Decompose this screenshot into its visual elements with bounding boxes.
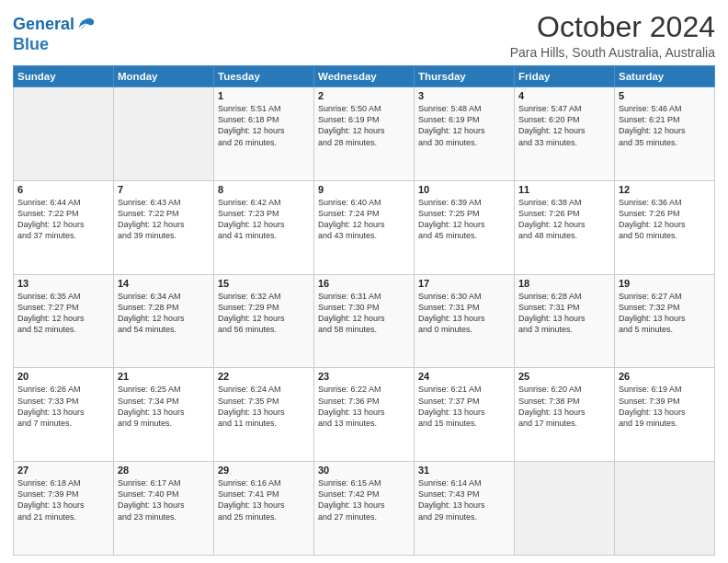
day-number: 3	[418, 90, 510, 101]
col-tuesday: Tuesday	[214, 66, 314, 87]
table-row: 27Sunrise: 6:18 AM Sunset: 7:39 PM Dayli…	[14, 462, 114, 556]
table-row	[114, 87, 214, 181]
day-info: Sunrise: 5:47 AM Sunset: 6:20 PM Dayligh…	[518, 103, 610, 148]
table-row: 11Sunrise: 6:38 AM Sunset: 7:26 PM Dayli…	[515, 180, 615, 274]
day-number: 11	[518, 184, 610, 195]
table-row: 25Sunrise: 6:20 AM Sunset: 7:38 PM Dayli…	[515, 368, 615, 462]
location-title: Para Hills, South Australia, Australia	[510, 45, 715, 60]
calendar-week-row: 6Sunrise: 6:44 AM Sunset: 7:22 PM Daylig…	[14, 180, 715, 274]
day-info: Sunrise: 6:19 AM Sunset: 7:39 PM Dayligh…	[619, 384, 711, 429]
day-info: Sunrise: 6:43 AM Sunset: 7:22 PM Dayligh…	[118, 197, 210, 242]
table-row: 29Sunrise: 6:16 AM Sunset: 7:41 PM Dayli…	[214, 462, 314, 556]
day-number: 18	[518, 278, 610, 289]
table-row: 20Sunrise: 6:26 AM Sunset: 7:33 PM Dayli…	[14, 368, 114, 462]
table-row: 2Sunrise: 5:50 AM Sunset: 6:19 PM Daylig…	[314, 87, 415, 181]
table-row: 12Sunrise: 6:36 AM Sunset: 7:26 PM Dayli…	[615, 180, 715, 274]
day-info: Sunrise: 6:25 AM Sunset: 7:34 PM Dayligh…	[118, 384, 210, 429]
table-row: 26Sunrise: 6:19 AM Sunset: 7:39 PM Dayli…	[615, 368, 715, 462]
day-info: Sunrise: 6:15 AM Sunset: 7:42 PM Dayligh…	[318, 477, 410, 523]
day-info: Sunrise: 6:42 AM Sunset: 7:23 PM Dayligh…	[218, 197, 310, 242]
calendar-table: Sunday Monday Tuesday Wednesday Thursday…	[13, 65, 715, 556]
table-row: 1Sunrise: 5:51 AM Sunset: 6:18 PM Daylig…	[214, 87, 314, 181]
day-info: Sunrise: 6:28 AM Sunset: 7:31 PM Dayligh…	[518, 291, 610, 336]
table-row: 15Sunrise: 6:32 AM Sunset: 7:29 PM Dayli…	[214, 274, 314, 368]
day-number: 10	[418, 184, 510, 195]
table-row: 13Sunrise: 6:35 AM Sunset: 7:27 PM Dayli…	[14, 274, 114, 368]
table-row	[14, 87, 114, 181]
logo: General Blue	[13, 15, 97, 54]
day-number: 22	[218, 371, 310, 382]
day-number: 28	[118, 465, 210, 476]
month-title: October 2024	[510, 11, 715, 43]
day-info: Sunrise: 6:38 AM Sunset: 7:26 PM Dayligh…	[518, 197, 610, 242]
logo-blue: Blue	[13, 35, 97, 54]
day-info: Sunrise: 6:21 AM Sunset: 7:37 PM Dayligh…	[418, 384, 510, 429]
col-thursday: Thursday	[415, 66, 515, 87]
day-number: 25	[518, 371, 610, 382]
calendar-week-row: 27Sunrise: 6:18 AM Sunset: 7:39 PM Dayli…	[14, 462, 715, 556]
table-row: 31Sunrise: 6:14 AM Sunset: 7:43 PM Dayli…	[415, 462, 515, 556]
table-row: 14Sunrise: 6:34 AM Sunset: 7:28 PM Dayli…	[114, 274, 214, 368]
day-info: Sunrise: 5:48 AM Sunset: 6:19 PM Dayligh…	[418, 103, 510, 148]
table-row: 30Sunrise: 6:15 AM Sunset: 7:42 PM Dayli…	[314, 462, 415, 556]
day-info: Sunrise: 6:40 AM Sunset: 7:24 PM Dayligh…	[318, 197, 410, 242]
day-number: 30	[318, 465, 410, 476]
table-row	[615, 462, 715, 556]
table-row: 21Sunrise: 6:25 AM Sunset: 7:34 PM Dayli…	[114, 368, 214, 462]
table-row: 17Sunrise: 6:30 AM Sunset: 7:31 PM Dayli…	[415, 274, 515, 368]
day-info: Sunrise: 6:26 AM Sunset: 7:33 PM Dayligh…	[17, 384, 109, 429]
day-number: 7	[118, 184, 210, 195]
day-info: Sunrise: 6:18 AM Sunset: 7:39 PM Dayligh…	[17, 477, 109, 523]
table-row: 23Sunrise: 6:22 AM Sunset: 7:36 PM Dayli…	[314, 368, 415, 462]
day-number: 6	[17, 184, 109, 195]
day-info: Sunrise: 6:35 AM Sunset: 7:27 PM Dayligh…	[17, 291, 109, 336]
day-info: Sunrise: 6:22 AM Sunset: 7:36 PM Dayligh…	[318, 384, 410, 429]
day-info: Sunrise: 6:14 AM Sunset: 7:43 PM Dayligh…	[418, 477, 510, 523]
day-info: Sunrise: 6:27 AM Sunset: 7:32 PM Dayligh…	[619, 291, 711, 336]
day-info: Sunrise: 6:36 AM Sunset: 7:26 PM Dayligh…	[619, 197, 711, 242]
calendar-header-row: Sunday Monday Tuesday Wednesday Thursday…	[14, 66, 715, 87]
col-wednesday: Wednesday	[314, 66, 415, 87]
table-row: 8Sunrise: 6:42 AM Sunset: 7:23 PM Daylig…	[214, 180, 314, 274]
day-number: 20	[17, 371, 109, 382]
day-info: Sunrise: 6:16 AM Sunset: 7:41 PM Dayligh…	[218, 477, 310, 523]
calendar-week-row: 13Sunrise: 6:35 AM Sunset: 7:27 PM Dayli…	[14, 274, 715, 368]
calendar-week-row: 20Sunrise: 6:26 AM Sunset: 7:33 PM Dayli…	[14, 368, 715, 462]
day-info: Sunrise: 6:39 AM Sunset: 7:25 PM Dayligh…	[418, 197, 510, 242]
col-saturday: Saturday	[615, 66, 715, 87]
day-info: Sunrise: 6:30 AM Sunset: 7:31 PM Dayligh…	[418, 291, 510, 336]
table-row: 28Sunrise: 6:17 AM Sunset: 7:40 PM Dayli…	[114, 462, 214, 556]
col-sunday: Sunday	[14, 66, 114, 87]
table-row: 7Sunrise: 6:43 AM Sunset: 7:22 PM Daylig…	[114, 180, 214, 274]
day-number: 31	[418, 465, 510, 476]
day-info: Sunrise: 6:17 AM Sunset: 7:40 PM Dayligh…	[118, 477, 210, 523]
day-number: 16	[318, 278, 410, 289]
table-row: 24Sunrise: 6:21 AM Sunset: 7:37 PM Dayli…	[415, 368, 515, 462]
table-row	[515, 462, 615, 556]
day-number: 1	[218, 90, 310, 101]
day-number: 29	[218, 465, 310, 476]
page: General Blue October 2024 Para Hills, So…	[0, 0, 728, 563]
day-number: 14	[118, 278, 210, 289]
table-row: 16Sunrise: 6:31 AM Sunset: 7:30 PM Dayli…	[314, 274, 415, 368]
day-number: 24	[418, 371, 510, 382]
day-number: 4	[518, 90, 610, 101]
header: General Blue October 2024 Para Hills, So…	[13, 11, 715, 60]
table-row: 10Sunrise: 6:39 AM Sunset: 7:25 PM Dayli…	[415, 180, 515, 274]
col-monday: Monday	[114, 66, 214, 87]
day-info: Sunrise: 5:50 AM Sunset: 6:19 PM Dayligh…	[318, 103, 410, 148]
col-friday: Friday	[515, 66, 615, 87]
day-info: Sunrise: 6:20 AM Sunset: 7:38 PM Dayligh…	[518, 384, 610, 429]
table-row: 6Sunrise: 6:44 AM Sunset: 7:22 PM Daylig…	[14, 180, 114, 274]
day-number: 27	[17, 465, 109, 476]
day-number: 26	[619, 371, 711, 382]
day-info: Sunrise: 6:24 AM Sunset: 7:35 PM Dayligh…	[218, 384, 310, 429]
day-number: 13	[17, 278, 109, 289]
table-row: 22Sunrise: 6:24 AM Sunset: 7:35 PM Dayli…	[214, 368, 314, 462]
day-number: 9	[318, 184, 410, 195]
day-info: Sunrise: 6:32 AM Sunset: 7:29 PM Dayligh…	[218, 291, 310, 336]
table-row: 3Sunrise: 5:48 AM Sunset: 6:19 PM Daylig…	[415, 87, 515, 181]
day-number: 23	[318, 371, 410, 382]
day-info: Sunrise: 6:31 AM Sunset: 7:30 PM Dayligh…	[318, 291, 410, 336]
day-info: Sunrise: 5:46 AM Sunset: 6:21 PM Dayligh…	[619, 103, 711, 148]
